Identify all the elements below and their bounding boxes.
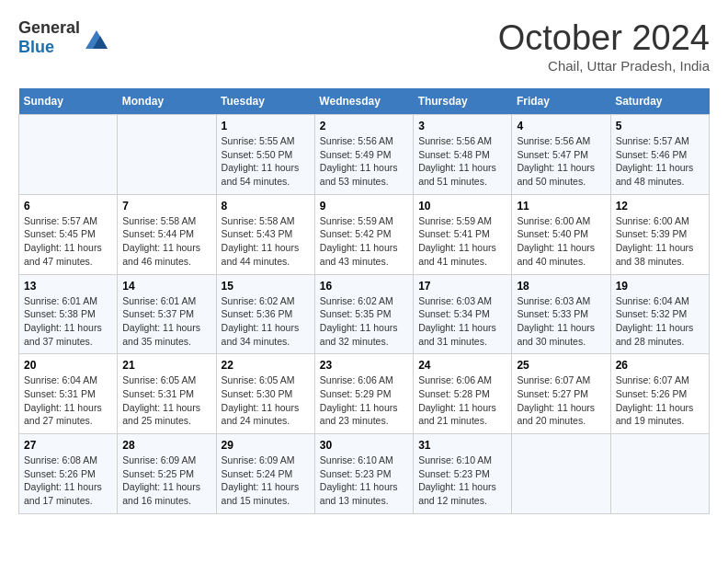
calendar-cell: 29Sunrise: 6:09 AMSunset: 5:24 PMDayligh…	[216, 434, 314, 514]
calendar-cell: 14Sunrise: 6:01 AMSunset: 5:37 PMDayligh…	[118, 274, 216, 354]
day-number: 17	[418, 280, 506, 293]
day-info: Sunrise: 6:07 AMSunset: 5:26 PMDaylight:…	[616, 374, 694, 426]
month-year-title: October 2024	[498, 18, 710, 58]
calendar-table: SundayMondayTuesdayWednesdayThursdayFrid…	[18, 88, 710, 514]
location-subtitle: Chail, Uttar Pradesh, India	[498, 58, 710, 74]
calendar-cell: 31Sunrise: 6:10 AMSunset: 5:23 PMDayligh…	[414, 434, 512, 514]
calendar-week-row: 20Sunrise: 6:04 AMSunset: 5:31 PMDayligh…	[19, 354, 710, 434]
logo-text: General Blue	[18, 18, 80, 57]
calendar-cell: 11Sunrise: 6:00 AMSunset: 5:40 PMDayligh…	[512, 194, 610, 274]
calendar-cell: 15Sunrise: 6:02 AMSunset: 5:36 PMDayligh…	[216, 274, 314, 354]
calendar-cell: 5Sunrise: 5:57 AMSunset: 5:46 PMDaylight…	[610, 115, 709, 195]
day-info: Sunrise: 5:56 AMSunset: 5:47 PMDaylight:…	[517, 135, 595, 187]
day-info: Sunrise: 6:04 AMSunset: 5:31 PMDaylight:…	[24, 374, 102, 426]
day-number: 5	[616, 120, 704, 132]
day-info: Sunrise: 6:06 AMSunset: 5:29 PMDaylight:…	[320, 374, 398, 426]
day-number: 18	[517, 280, 605, 293]
weekday-header-sunday: Sunday	[19, 88, 118, 115]
day-info: Sunrise: 6:02 AMSunset: 5:36 PMDaylight:…	[222, 295, 300, 347]
day-number: 16	[320, 280, 408, 293]
calendar-cell: 19Sunrise: 6:04 AMSunset: 5:32 PMDayligh…	[610, 274, 709, 354]
logo-icon	[82, 23, 111, 52]
day-number: 15	[222, 280, 310, 293]
calendar-cell: 22Sunrise: 6:05 AMSunset: 5:30 PMDayligh…	[216, 354, 314, 434]
calendar-cell: 17Sunrise: 6:03 AMSunset: 5:34 PMDayligh…	[414, 274, 512, 354]
day-number: 21	[122, 359, 210, 372]
day-number: 10	[418, 200, 506, 213]
day-number: 6	[24, 200, 112, 213]
calendar-cell	[19, 115, 118, 195]
day-number: 14	[122, 280, 210, 293]
calendar-cell: 26Sunrise: 6:07 AMSunset: 5:26 PMDayligh…	[610, 354, 709, 434]
weekday-header-tuesday: Tuesday	[216, 88, 314, 115]
logo-blue: Blue	[18, 38, 54, 56]
day-info: Sunrise: 5:55 AMSunset: 5:50 PMDaylight:…	[222, 135, 300, 187]
day-info: Sunrise: 5:57 AMSunset: 5:46 PMDaylight:…	[616, 135, 694, 187]
day-info: Sunrise: 6:04 AMSunset: 5:32 PMDaylight:…	[616, 295, 694, 347]
calendar-cell	[610, 434, 709, 514]
day-info: Sunrise: 5:59 AMSunset: 5:41 PMDaylight:…	[418, 215, 496, 267]
weekday-header-monday: Monday	[118, 88, 216, 115]
day-number: 4	[517, 120, 605, 132]
calendar-week-row: 1Sunrise: 5:55 AMSunset: 5:50 PMDaylight…	[19, 115, 710, 195]
day-number: 3	[418, 120, 506, 132]
logo: General Blue	[18, 18, 111, 57]
calendar-week-row: 27Sunrise: 6:08 AMSunset: 5:26 PMDayligh…	[19, 434, 710, 514]
calendar-cell: 9Sunrise: 5:59 AMSunset: 5:42 PMDaylight…	[314, 194, 413, 274]
page-header: General Blue October 2024 Chail, Uttar P…	[18, 18, 710, 74]
day-number: 2	[320, 120, 408, 132]
weekday-header-wednesday: Wednesday	[314, 88, 413, 115]
day-info: Sunrise: 6:06 AMSunset: 5:28 PMDaylight:…	[418, 374, 496, 426]
title-block: October 2024 Chail, Uttar Pradesh, India	[498, 18, 710, 74]
day-number: 11	[517, 200, 605, 213]
day-number: 7	[122, 200, 210, 213]
day-info: Sunrise: 6:10 AMSunset: 5:23 PMDaylight:…	[418, 454, 496, 506]
day-info: Sunrise: 6:09 AMSunset: 5:24 PMDaylight:…	[222, 454, 300, 506]
day-number: 12	[616, 200, 704, 213]
day-number: 13	[24, 280, 112, 293]
day-number: 28	[122, 439, 210, 452]
day-info: Sunrise: 6:00 AMSunset: 5:40 PMDaylight:…	[517, 215, 595, 267]
calendar-header: SundayMondayTuesdayWednesdayThursdayFrid…	[19, 88, 710, 115]
calendar-body: 1Sunrise: 5:55 AMSunset: 5:50 PMDaylight…	[19, 115, 710, 514]
day-info: Sunrise: 6:08 AMSunset: 5:26 PMDaylight:…	[24, 454, 102, 506]
day-number: 1	[222, 120, 310, 132]
calendar-week-row: 6Sunrise: 5:57 AMSunset: 5:45 PMDaylight…	[19, 194, 710, 274]
calendar-cell: 23Sunrise: 6:06 AMSunset: 5:29 PMDayligh…	[314, 354, 413, 434]
calendar-cell: 12Sunrise: 6:00 AMSunset: 5:39 PMDayligh…	[610, 194, 709, 274]
day-info: Sunrise: 6:09 AMSunset: 5:25 PMDaylight:…	[122, 454, 200, 506]
weekday-header-friday: Friday	[512, 88, 610, 115]
day-info: Sunrise: 6:00 AMSunset: 5:39 PMDaylight:…	[616, 215, 694, 267]
calendar-cell: 24Sunrise: 6:06 AMSunset: 5:28 PMDayligh…	[414, 354, 512, 434]
calendar-cell: 25Sunrise: 6:07 AMSunset: 5:27 PMDayligh…	[512, 354, 610, 434]
logo-general: General	[18, 18, 80, 37]
calendar-cell: 1Sunrise: 5:55 AMSunset: 5:50 PMDaylight…	[216, 115, 314, 195]
day-info: Sunrise: 5:58 AMSunset: 5:43 PMDaylight:…	[222, 215, 300, 267]
day-info: Sunrise: 6:01 AMSunset: 5:38 PMDaylight:…	[24, 295, 102, 347]
calendar-cell: 13Sunrise: 6:01 AMSunset: 5:38 PMDayligh…	[19, 274, 118, 354]
day-info: Sunrise: 5:59 AMSunset: 5:42 PMDaylight:…	[320, 215, 398, 267]
calendar-cell: 7Sunrise: 5:58 AMSunset: 5:44 PMDaylight…	[118, 194, 216, 274]
day-number: 26	[616, 359, 704, 372]
weekday-header-thursday: Thursday	[414, 88, 512, 115]
day-info: Sunrise: 6:03 AMSunset: 5:33 PMDaylight:…	[517, 295, 595, 347]
day-number: 22	[222, 359, 310, 372]
day-number: 30	[320, 439, 408, 452]
day-number: 23	[320, 359, 408, 372]
day-number: 24	[418, 359, 506, 372]
calendar-cell: 27Sunrise: 6:08 AMSunset: 5:26 PMDayligh…	[19, 434, 118, 514]
day-number: 8	[222, 200, 310, 213]
calendar-cell: 18Sunrise: 6:03 AMSunset: 5:33 PMDayligh…	[512, 274, 610, 354]
day-number: 9	[320, 200, 408, 213]
calendar-cell	[512, 434, 610, 514]
day-number: 19	[616, 280, 704, 293]
calendar-cell: 4Sunrise: 5:56 AMSunset: 5:47 PMDaylight…	[512, 115, 610, 195]
calendar-cell: 16Sunrise: 6:02 AMSunset: 5:35 PMDayligh…	[314, 274, 413, 354]
day-number: 29	[222, 439, 310, 452]
calendar-cell	[118, 115, 216, 195]
day-number: 25	[517, 359, 605, 372]
weekday-header-saturday: Saturday	[610, 88, 709, 115]
day-number: 20	[24, 359, 112, 372]
calendar-cell: 30Sunrise: 6:10 AMSunset: 5:23 PMDayligh…	[314, 434, 413, 514]
day-info: Sunrise: 6:05 AMSunset: 5:30 PMDaylight:…	[222, 374, 300, 426]
